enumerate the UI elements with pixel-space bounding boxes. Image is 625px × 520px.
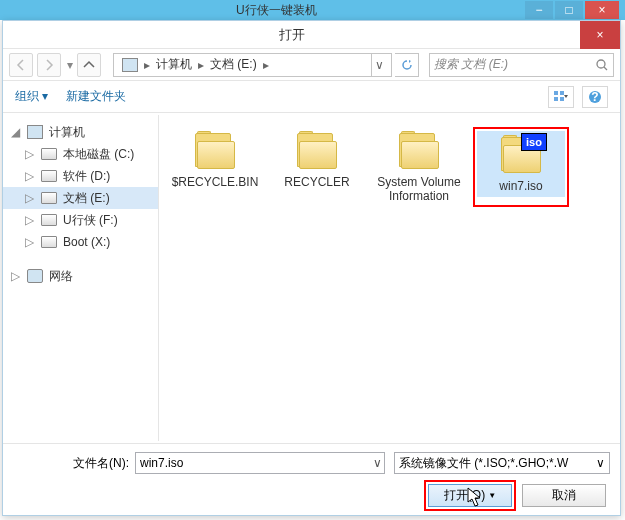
arrow-up-icon [83, 59, 95, 71]
tree-label: 本地磁盘 (C:) [63, 146, 134, 163]
bg-minimize-button[interactable]: − [525, 1, 553, 19]
arrow-left-icon [15, 59, 27, 71]
new-folder-button[interactable]: 新建文件夹 [66, 88, 126, 105]
filetype-select[interactable]: 系统镜像文件 (*.ISO;*.GHO;*.W ∨ [394, 452, 610, 474]
search-icon [595, 58, 609, 72]
iso-file-icon: iso [497, 135, 545, 175]
search-placeholder: 搜索 文档 (E:) [434, 56, 595, 73]
open-button[interactable]: 打开(O) ▼ [428, 484, 512, 507]
folder-icon [293, 131, 341, 171]
svg-rect-3 [554, 97, 558, 101]
expander-icon[interactable]: ▷ [25, 191, 35, 205]
background-app-titlebar: U行侠一键装机 − □ × [0, 0, 625, 20]
nav-forward-button[interactable] [37, 53, 61, 77]
iso-badge: iso [521, 133, 547, 151]
navigation-toolbar: ▾ ▸ 计算机 ▸ 文档 (E:) ▸ ∨ 搜索 文档 (E:) [3, 49, 620, 81]
file-item-folder[interactable]: RECYCLER [269, 127, 365, 207]
arrow-right-icon [43, 59, 55, 71]
file-open-dialog: 打开 × ▾ ▸ 计算机 ▸ 文档 (E:) ▸ ∨ 搜索 文档 (E:) [2, 20, 621, 516]
refresh-button[interactable] [395, 53, 419, 77]
drive-icon [41, 236, 57, 248]
recent-dropdown-icon[interactable]: ▾ [67, 58, 73, 72]
tree-label: 软件 (D:) [63, 168, 110, 185]
drive-icon [41, 148, 57, 160]
svg-point-0 [597, 60, 605, 68]
tree-drive-c[interactable]: ▷ 本地磁盘 (C:) [3, 143, 158, 165]
filename-input[interactable] [135, 452, 385, 474]
tree-label: U行侠 (F:) [63, 212, 118, 229]
svg-rect-2 [560, 91, 564, 95]
tree-label: 文档 (E:) [63, 190, 110, 207]
breadcrumb-current[interactable]: 文档 (E:) [206, 56, 261, 73]
folder-icon [191, 131, 239, 171]
computer-icon-small [118, 58, 142, 72]
filename-label: 文件名(N): [13, 455, 129, 472]
svg-rect-1 [554, 91, 558, 95]
search-input[interactable]: 搜索 文档 (E:) [429, 53, 614, 77]
breadcrumb-dropdown-icon[interactable]: ∨ [371, 54, 387, 76]
bg-title: U行侠一键装机 [236, 2, 317, 19]
svg-rect-4 [560, 97, 564, 101]
dialog-body: ◢ 计算机 ▷ 本地磁盘 (C:) ▷ 软件 (D:) ▷ 文档 (E:) ▷ [3, 115, 620, 441]
tree-drive-d[interactable]: ▷ 软件 (D:) [3, 165, 158, 187]
drive-icon [41, 192, 57, 204]
breadcrumb-sep-icon: ▸ [261, 58, 271, 72]
button-row: 打开(O) ▼ 取消 [13, 484, 610, 507]
dialog-title: 打开 [3, 26, 580, 44]
command-toolbar: 组织 ▾ 新建文件夹 ? [3, 81, 620, 113]
close-icon: × [596, 28, 603, 42]
breadcrumb-sep-icon: ▸ [196, 58, 206, 72]
file-item-folder[interactable]: System Volume Information [371, 127, 467, 207]
nav-up-button[interactable] [77, 53, 101, 77]
filename-dropdown-icon[interactable]: ∨ [373, 456, 382, 470]
file-list-pane[interactable]: $RECYCLE.BIN RECYCLER System Volume Info… [159, 115, 620, 441]
file-label: win7.iso [499, 179, 542, 193]
toolbar-right: ? [548, 86, 608, 108]
svg-text:?: ? [591, 90, 598, 104]
tree-network[interactable]: ▷ 网络 [3, 265, 158, 287]
drive-icon [41, 214, 57, 226]
expander-icon[interactable]: ▷ [25, 213, 35, 227]
dialog-titlebar: 打开 × [3, 21, 620, 49]
file-item-iso-selected[interactable]: iso win7.iso [473, 127, 569, 207]
filename-row: 文件名(N): ∨ 系统镜像文件 (*.ISO;*.GHO;*.W ∨ [13, 452, 610, 474]
file-label: System Volume Information [375, 175, 463, 203]
file-label: RECYCLER [284, 175, 349, 189]
drive-icon [41, 170, 57, 182]
expander-icon[interactable]: ◢ [11, 125, 21, 139]
tree-computer[interactable]: ◢ 计算机 [3, 121, 158, 143]
network-icon [27, 269, 43, 283]
tree-label: 网络 [49, 268, 73, 285]
breadcrumb-sep-icon: ▸ [142, 58, 152, 72]
folder-icon [395, 131, 443, 171]
tree-drive-x[interactable]: ▷ Boot (X:) [3, 231, 158, 253]
dialog-bottom-panel: 文件名(N): ∨ 系统镜像文件 (*.ISO;*.GHO;*.W ∨ 打开(O… [3, 443, 620, 515]
cancel-button-label: 取消 [552, 487, 576, 504]
nav-back-button[interactable] [9, 53, 33, 77]
view-icon [553, 90, 569, 104]
filetype-label: 系统镜像文件 (*.ISO;*.GHO;*.W [399, 455, 568, 472]
bg-maximize-button[interactable]: □ [555, 1, 583, 19]
tree-drive-f[interactable]: ▷ U行侠 (F:) [3, 209, 158, 231]
breadcrumb-root[interactable]: 计算机 [152, 56, 196, 73]
file-item-folder[interactable]: $RECYCLE.BIN [167, 127, 263, 207]
tree-drive-e[interactable]: ▷ 文档 (E:) [3, 187, 158, 209]
expander-icon[interactable]: ▷ [25, 169, 35, 183]
split-dropdown-icon: ▼ [488, 491, 496, 500]
help-button[interactable]: ? [582, 86, 608, 108]
dialog-close-button[interactable]: × [580, 21, 620, 49]
file-label: $RECYCLE.BIN [172, 175, 259, 189]
organize-menu[interactable]: 组织 ▾ [15, 88, 48, 105]
open-button-label: 打开(O) [444, 487, 485, 504]
expander-icon[interactable]: ▷ [25, 235, 35, 249]
folder-tree-sidebar: ◢ 计算机 ▷ 本地磁盘 (C:) ▷ 软件 (D:) ▷ 文档 (E:) ▷ [3, 115, 159, 441]
cancel-button[interactable]: 取消 [522, 484, 606, 507]
refresh-icon [401, 59, 413, 71]
expander-icon[interactable]: ▷ [25, 147, 35, 161]
help-icon: ? [588, 90, 602, 104]
breadcrumb[interactable]: ▸ 计算机 ▸ 文档 (E:) ▸ ∨ [113, 53, 392, 77]
computer-icon [27, 125, 43, 139]
view-options-button[interactable] [548, 86, 574, 108]
bg-close-button[interactable]: × [585, 1, 619, 19]
expander-icon[interactable]: ▷ [11, 269, 21, 283]
